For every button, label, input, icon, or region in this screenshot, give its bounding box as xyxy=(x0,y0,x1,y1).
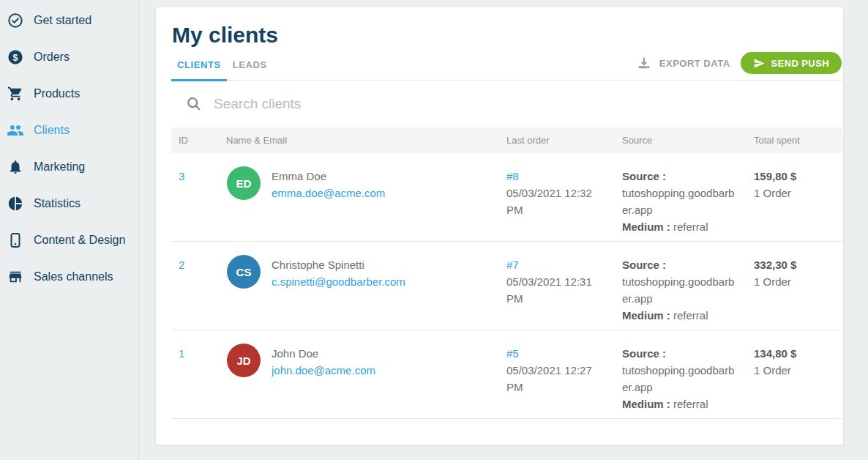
phone-icon xyxy=(7,231,24,249)
dollar-circle-icon: $ xyxy=(7,48,24,66)
tab-leads[interactable]: LEADS xyxy=(227,59,273,80)
sidebar-item-products[interactable]: Products xyxy=(0,75,138,112)
send-icon xyxy=(753,57,766,70)
order-date: 05/03/2021 12:32 PM xyxy=(506,185,603,218)
avatar: ED xyxy=(227,166,261,200)
column-header-name-email: Name & Email xyxy=(226,135,506,146)
avatar-initials: JD xyxy=(236,352,250,369)
send-push-button[interactable]: SEND PUSH xyxy=(741,52,842,74)
orders-count: 1 Order xyxy=(754,185,842,201)
order-number-link[interactable]: #5 xyxy=(506,345,519,362)
avatar-initials: ED xyxy=(236,175,252,192)
source-cell: Source : tutoshopping.goodbarber.app Med… xyxy=(622,168,754,235)
table-body: 3 ED Emma Doe emma.doe@acme.com #8 05/03… xyxy=(171,153,842,419)
total-spent-cell: 159,80 $ 1 Order xyxy=(754,168,842,201)
source-value: tutoshopping.goodbarber.app xyxy=(622,273,739,307)
total-amount: 332,30 $ xyxy=(754,256,842,273)
sidebar-item-marketing[interactable]: Marketing xyxy=(0,149,138,185)
client-name: John Doe xyxy=(272,345,375,362)
total-amount: 134,80 $ xyxy=(754,345,842,362)
order-date: 05/03/2021 12:27 PM xyxy=(506,362,603,396)
orders-count: 1 Order xyxy=(754,273,842,290)
bell-icon xyxy=(7,158,24,176)
last-order-cell: #5 05/03/2021 12:27 PM xyxy=(506,345,622,396)
avatar-initials: CS xyxy=(236,264,252,281)
total-amount: 159,80 $ xyxy=(754,168,842,185)
export-data-label: EXPORT DATA xyxy=(659,58,730,69)
client-identity: Christophe Spinetti c.spinetti@goodbarbe… xyxy=(272,256,405,290)
client-name-cell: CS Christophe Spinetti c.spinetti@goodba… xyxy=(226,256,506,290)
client-name: Christophe Spinetti xyxy=(272,256,405,273)
medium-value: referral xyxy=(673,398,708,410)
sidebar-item-label: Orders xyxy=(34,51,70,64)
send-push-label: SEND PUSH xyxy=(771,58,829,69)
sidebar-item-label: Content & Design xyxy=(34,234,125,247)
order-number-link[interactable]: #8 xyxy=(506,168,519,185)
download-icon xyxy=(637,56,651,70)
client-id-link[interactable]: 1 xyxy=(171,345,226,362)
sidebar-item-clients[interactable]: Clients xyxy=(0,112,138,149)
sidebar-item-label: Statistics xyxy=(34,197,81,210)
order-date: 05/03/2021 12:31 PM xyxy=(506,273,603,307)
clients-table: ID Name & Email Last order Source Total … xyxy=(171,127,842,419)
sidebar-item-label: Marketing xyxy=(34,160,85,174)
medium-label: Medium : xyxy=(622,309,670,322)
clients-panel: My clients CLIENTS LEADS EXPORT DATA SEN… xyxy=(156,7,843,445)
people-icon xyxy=(7,122,24,139)
sidebar-item-content-design[interactable]: Content & Design xyxy=(0,222,138,259)
table-row: 1 JD John Doe john.doe@acme.com #5 05/03… xyxy=(171,330,842,419)
sidebar-item-label: Clients xyxy=(34,124,70,137)
sidebar: Get started $ Orders Products Clients Ma… xyxy=(0,0,139,460)
client-email-link[interactable]: emma.doe@acme.com xyxy=(272,185,385,201)
column-header-last-order: Last order xyxy=(506,135,622,146)
store-icon xyxy=(7,268,24,286)
tab-bar: CLIENTS LEADS EXPORT DATA SEND PUSH xyxy=(171,53,842,81)
export-data-button[interactable]: EXPORT DATA xyxy=(637,56,730,70)
source-label: Source : xyxy=(622,256,739,273)
medium-value: referral xyxy=(673,309,708,322)
medium-line: Medium : referral xyxy=(622,218,739,235)
sidebar-item-get-started[interactable]: Get started xyxy=(0,2,138,39)
client-email-link[interactable]: c.spinetti@goodbarber.com xyxy=(272,273,405,290)
sidebar-item-label: Get started xyxy=(34,14,91,27)
column-header-total-spent: Total spent xyxy=(754,135,842,146)
client-id-link[interactable]: 2 xyxy=(171,256,226,273)
column-header-source: Source xyxy=(622,135,754,146)
source-value: tutoshopping.goodbarber.app xyxy=(622,185,739,218)
total-spent-cell: 332,30 $ 1 Order xyxy=(754,256,842,290)
tab-clients[interactable]: CLIENTS xyxy=(171,59,227,80)
avatar: JD xyxy=(227,344,261,377)
search-input[interactable] xyxy=(214,96,609,112)
client-name: Emma Doe xyxy=(272,168,385,185)
client-email-link[interactable]: john.doe@acme.com xyxy=(272,362,375,379)
source-value: tutoshopping.goodbarber.app xyxy=(622,362,739,396)
sidebar-item-label: Sales channels xyxy=(34,270,113,283)
source-label: Source : xyxy=(622,345,739,362)
client-name-cell: JD John Doe john.doe@acme.com xyxy=(226,345,506,379)
page-title: My clients xyxy=(156,7,843,48)
table-header: ID Name & Email Last order Source Total … xyxy=(171,127,842,153)
client-identity: John Doe john.doe@acme.com xyxy=(272,345,375,379)
last-order-cell: #7 05/03/2021 12:31 PM xyxy=(506,256,622,307)
check-circle-icon xyxy=(7,12,24,29)
sidebar-item-sales-channels[interactable]: Sales channels xyxy=(0,259,138,295)
source-cell: Source : tutoshopping.goodbarber.app Med… xyxy=(622,345,754,412)
cart-icon xyxy=(7,85,24,103)
header-actions: EXPORT DATA SEND PUSH xyxy=(637,52,842,80)
source-cell: Source : tutoshopping.goodbarber.app Med… xyxy=(622,256,754,324)
sidebar-item-label: Products xyxy=(34,87,80,100)
total-spent-cell: 134,80 $ 1 Order xyxy=(754,345,842,379)
sidebar-item-orders[interactable]: $ Orders xyxy=(0,39,138,75)
client-identity: Emma Doe emma.doe@acme.com xyxy=(272,168,385,201)
client-id-link[interactable]: 3 xyxy=(171,168,226,185)
client-name-cell: ED Emma Doe emma.doe@acme.com xyxy=(226,168,506,201)
order-number-link[interactable]: #7 xyxy=(506,256,519,273)
sidebar-item-statistics[interactable]: Statistics xyxy=(0,185,138,222)
svg-text:$: $ xyxy=(13,53,18,63)
medium-label: Medium : xyxy=(622,220,670,233)
table-row: 2 CS Christophe Spinetti c.spinetti@good… xyxy=(171,242,842,330)
last-order-cell: #8 05/03/2021 12:32 PM xyxy=(506,168,622,218)
medium-value: referral xyxy=(673,220,708,233)
search-icon xyxy=(186,96,202,112)
pie-chart-icon xyxy=(7,195,24,212)
